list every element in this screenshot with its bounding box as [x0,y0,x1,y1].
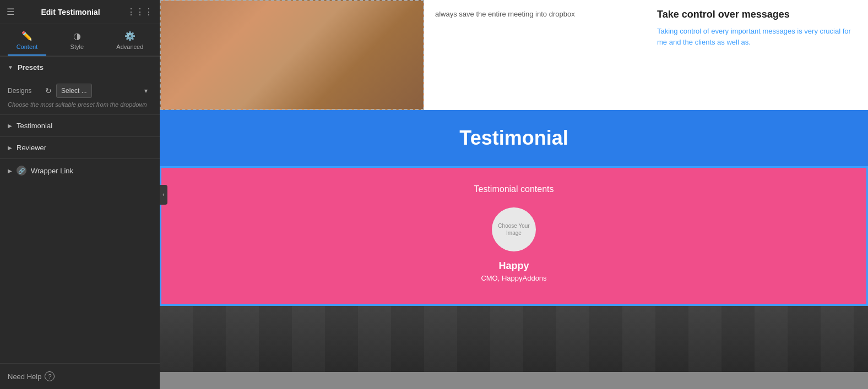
right-text-columns: always save the entire meeting into drop… [424,0,868,110]
tab-content[interactable]: ✏️ Content [8,28,47,56]
canvas-area: always save the entire meeting into drop… [160,0,868,389]
bottom-image-section [160,306,868,372]
content-icon: ✏️ [21,31,32,41]
need-help-label: Need Help [8,372,41,381]
hand-image [160,0,424,110]
need-help-section: Need Help ? [0,363,160,389]
reviewer-chevron: ▶ [8,145,12,151]
left-panel: ☰ Edit Testimonial ⋮⋮⋮ ✏️ Content ◑ Styl… [0,0,160,389]
right-heading: Take control over messages [657,9,857,20]
refresh-icon[interactable]: ↻ [45,86,52,95]
wrapper-link-chevron: ▶ [8,168,12,174]
accordion-wrapper-link-header[interactable]: ▶ 🔗 Wrapper Link [0,159,160,182]
designs-row: Designs ↻ Select ... Preset 1 Preset 2 P… [8,84,152,98]
blue-heading: Testimonial [171,127,857,150]
wrapper-link-icon: 🔗 [17,166,26,176]
accordion-reviewer: ▶ Reviewer [0,136,160,158]
presets-label: Presets [18,63,44,72]
text-col-right: Take control over messages Taking contro… [646,0,868,110]
blue-section: Testimonial [160,110,868,166]
tab-style[interactable]: ◑ Style [62,28,93,56]
reviewer-title: CMO, HappyAddons [172,274,855,282]
grid-icon[interactable]: ⋮⋮⋮ [127,7,153,17]
presets-header[interactable]: ▼ Presets [0,56,160,78]
wrapper-link-label: Wrapper Link [31,167,73,175]
testimonial-label: Testimonial [17,122,52,130]
reviewer-name: Happy [172,260,855,272]
collapse-handle[interactable]: ‹ [160,185,167,205]
presets-chevron: ▼ [8,64,13,70]
hamburger-icon[interactable]: ☰ [7,7,14,17]
avatar: Choose Your Image [492,207,536,251]
tab-advanced[interactable]: ⚙️ Advanced [107,28,152,56]
designs-select[interactable]: Select ... Preset 1 Preset 2 Preset 3 [56,84,92,98]
select-wrapper: Select ... Preset 1 Preset 2 Preset 3 [56,84,152,98]
pink-section: Testimonial contents Choose Your Image H… [160,166,868,306]
tab-style-label: Style [70,43,84,50]
accordion-reviewer-header[interactable]: ▶ Reviewer [0,137,160,158]
advanced-icon: ⚙️ [124,31,135,41]
tab-bar: ✏️ Content ◑ Style ⚙️ Advanced [0,24,160,56]
reviewer-label: Reviewer [17,144,46,152]
avatar-text: Choose Your Image [492,222,536,237]
tab-content-label: Content [17,43,38,50]
top-image-section: always save the entire meeting into drop… [160,0,868,110]
right-text: Taking control of every important messag… [657,26,857,47]
preset-hint: Choose the most suitable preset from the… [8,101,152,108]
top-bar: ☰ Edit Testimonial ⋮⋮⋮ [0,0,160,24]
panel-body: ▼ Presets Designs ↻ Select ... Preset 1 … [0,56,160,363]
accordion-testimonial: ▶ Testimonial [0,114,160,136]
accordion-testimonial-header[interactable]: ▶ Testimonial [0,115,160,136]
panel-title: Edit Testimonial [41,8,100,17]
style-icon: ◑ [73,31,81,41]
text-col-left: always save the entire meeting into drop… [424,0,646,110]
designs-label: Designs [8,87,41,95]
presets-content: Designs ↻ Select ... Preset 1 Preset 2 P… [0,78,160,114]
tab-advanced-label: Advanced [116,43,143,50]
help-icon[interactable]: ? [45,371,55,381]
text-col-left-content: always save the entire meeting into drop… [435,9,635,20]
accordion-wrapper-link: ▶ 🔗 Wrapper Link [0,158,160,182]
testimonial-contents: Testimonial contents [172,184,855,194]
testimonial-chevron: ▶ [8,123,12,129]
